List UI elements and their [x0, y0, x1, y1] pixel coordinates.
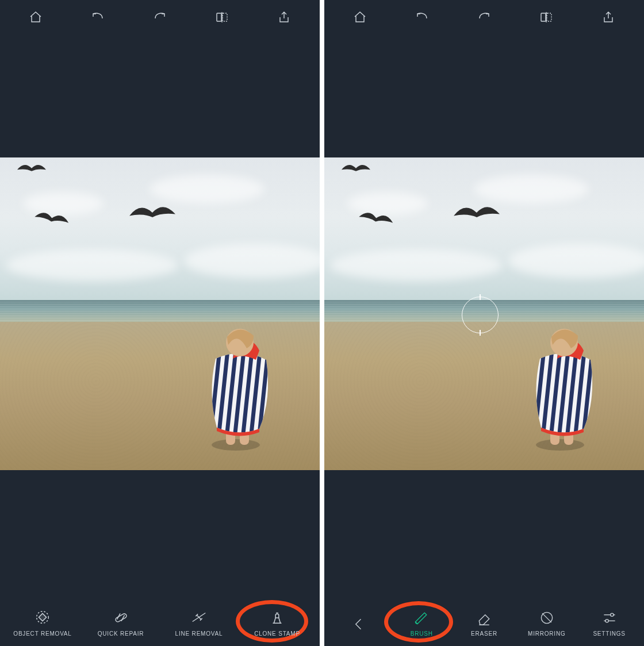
quick-repair-icon	[112, 609, 130, 626]
tool-brush[interactable]: BRUSH	[390, 610, 453, 637]
svg-rect-10	[115, 613, 128, 622]
share-button[interactable]	[273, 6, 296, 29]
canvas-area[interactable]	[324, 34, 644, 593]
canvas-area[interactable]	[0, 34, 320, 593]
svg-point-3	[212, 439, 260, 451]
tool-settings[interactable]: SETTINGS	[578, 610, 641, 637]
tool-label: MIRRORING	[528, 630, 566, 637]
bird-silhouette	[342, 163, 370, 175]
editor-pane-right: BRUSHERASERMIRRORINGSETTINGS	[324, 0, 644, 646]
svg-point-20	[536, 439, 584, 451]
share-button[interactable]	[597, 6, 620, 29]
brush-icon	[412, 610, 431, 626]
svg-rect-9	[39, 613, 46, 621]
redo-button[interactable]	[148, 6, 171, 29]
tool-label: CLONE STAMP	[254, 630, 300, 637]
bottom-toolbar: OBJECT REMOVALQUICK REPAIRLINE REMOVALCL…	[0, 593, 320, 646]
svg-rect-17	[541, 13, 546, 21]
top-toolbar	[0, 0, 320, 34]
line-removal-icon	[190, 609, 208, 626]
tool-quick-repair[interactable]: QUICK REPAIR	[82, 609, 160, 637]
redo-icon	[153, 10, 167, 24]
tool-mirroring[interactable]: MIRRORING	[515, 610, 578, 637]
svg-line-27	[542, 613, 551, 622]
bird-silhouette	[129, 205, 175, 223]
bird-silhouette	[454, 205, 500, 223]
tool-object-removal[interactable]: OBJECT REMOVAL	[3, 609, 82, 637]
tool-label: BRUSH	[411, 630, 433, 637]
settings-icon	[601, 610, 618, 626]
share-icon	[601, 10, 615, 24]
child-subject	[204, 324, 279, 462]
tool-eraser[interactable]: ERASER	[453, 610, 516, 637]
tool-label: LINE REMOVAL	[175, 630, 223, 637]
bird-silhouette	[359, 212, 393, 226]
svg-rect-1	[223, 13, 227, 21]
home-button[interactable]	[348, 6, 371, 29]
compare-icon	[539, 10, 553, 24]
eraser-icon	[476, 610, 493, 626]
compare-button[interactable]	[535, 6, 558, 29]
tool-line-removal[interactable]: LINE REMOVAL	[160, 609, 238, 637]
undo-icon	[415, 10, 429, 24]
share-icon	[277, 10, 291, 24]
tool-clone-stamp[interactable]: CLONE STAMP	[238, 609, 316, 637]
tool-label: OBJECT REMOVAL	[13, 630, 71, 637]
edited-photo[interactable]	[0, 157, 320, 470]
tool-back[interactable]	[328, 616, 390, 637]
undo-button[interactable]	[86, 6, 109, 29]
redo-icon	[477, 10, 491, 24]
edited-photo[interactable]	[324, 157, 644, 470]
bottom-toolbar: BRUSHERASERMIRRORINGSETTINGS	[324, 593, 644, 646]
clone-stamp-icon	[269, 609, 286, 626]
home-icon	[29, 10, 43, 24]
compare-icon	[215, 10, 229, 24]
compare-button[interactable]	[210, 6, 233, 29]
top-toolbar	[324, 0, 644, 34]
child-subject	[528, 324, 603, 462]
bird-silhouette	[34, 212, 69, 226]
svg-point-29	[610, 613, 613, 616]
clone-source-marker[interactable]	[462, 297, 499, 333]
pane-divider	[320, 0, 324, 646]
svg-point-31	[605, 620, 608, 622]
tool-label: SETTINGS	[593, 630, 625, 637]
undo-icon	[91, 10, 105, 24]
home-icon	[353, 10, 367, 24]
redo-button[interactable]	[473, 6, 496, 29]
svg-rect-18	[547, 13, 551, 21]
back-icon	[351, 616, 367, 632]
undo-button[interactable]	[411, 6, 434, 29]
object-removal-icon	[33, 609, 52, 626]
svg-rect-0	[217, 13, 221, 21]
bird-silhouette	[17, 163, 46, 175]
home-button[interactable]	[24, 6, 47, 29]
tool-label: ERASER	[471, 630, 497, 637]
mirroring-icon	[538, 610, 555, 626]
editor-pane-left: OBJECT REMOVALQUICK REPAIRLINE REMOVALCL…	[0, 0, 320, 646]
tool-label: QUICK REPAIR	[98, 630, 144, 637]
